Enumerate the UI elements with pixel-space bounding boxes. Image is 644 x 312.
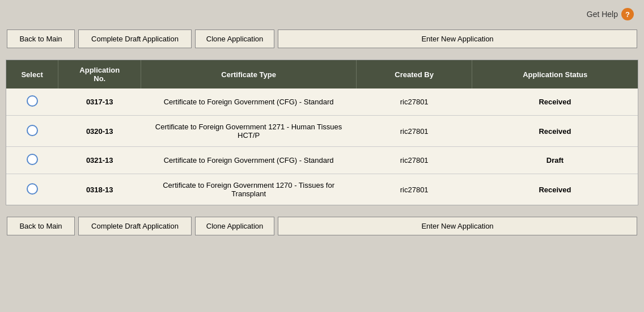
complete-draft-button-bottom[interactable]: Complete Draft Application [78, 217, 192, 235]
table-row: 0321-13 Certificate to Foreign Governmen… [6, 147, 638, 174]
select-cell-0 [6, 88, 58, 116]
radio-button-1[interactable] [27, 125, 38, 136]
col-header-app-no: ApplicationNo. [58, 60, 141, 88]
created-by-cell-1: ric27801 [356, 116, 472, 147]
clone-application-button-bottom[interactable]: Clone Application [195, 217, 274, 235]
help-icon[interactable]: ? [621, 8, 634, 20]
table-row: 0320-13 Certificate to Foreign Governmen… [6, 116, 638, 147]
status-cell-0: Received [472, 88, 638, 116]
applications-table: Select ApplicationNo. Certificate Type C… [6, 60, 638, 205]
table-row: 0317-13 Certificate to Foreign Governmen… [6, 88, 638, 116]
select-cell-3 [6, 174, 58, 205]
get-help-button[interactable]: Get Help ? [587, 8, 634, 20]
cert-type-cell-1: Certificate to Foreign Government 1271 -… [141, 116, 357, 147]
app-no-cell-0: 0317-13 [58, 88, 141, 116]
table-header-row: Select ApplicationNo. Certificate Type C… [6, 60, 638, 88]
radio-button-0[interactable] [27, 95, 38, 107]
applications-table-container: Select ApplicationNo. Certificate Type C… [6, 60, 638, 205]
created-by-cell-2: ric27801 [356, 147, 472, 174]
back-to-main-button-top[interactable]: Back to Main [7, 29, 75, 48]
col-header-cert-type: Certificate Type [141, 60, 357, 88]
radio-button-3[interactable] [27, 183, 38, 195]
created-by-cell-0: ric27801 [356, 88, 472, 116]
enter-new-application-button-top[interactable]: Enter New Application [278, 29, 637, 48]
status-cell-1: Received [472, 116, 638, 147]
complete-draft-button-top[interactable]: Complete Draft Application [78, 29, 192, 48]
col-header-select: Select [6, 60, 58, 88]
cert-type-cell-0: Certificate to Foreign Government (CFG) … [141, 88, 357, 116]
table-row: 0318-13 Certificate to Foreign Governmen… [6, 174, 638, 205]
get-help-label: Get Help [587, 10, 618, 19]
app-no-cell-2: 0321-13 [58, 147, 141, 174]
bottom-button-bar: Back to Main Complete Draft Application … [6, 214, 638, 238]
back-to-main-button-bottom[interactable]: Back to Main [7, 217, 75, 235]
enter-new-application-button-bottom[interactable]: Enter New Application [278, 217, 637, 235]
col-header-created-by: Created By [356, 60, 472, 88]
app-no-cell-3: 0318-13 [58, 174, 141, 205]
app-no-cell-1: 0320-13 [58, 116, 141, 147]
select-cell-1 [6, 116, 58, 147]
status-cell-2: Draft [472, 147, 638, 174]
top-button-bar: Back to Main Complete Draft Application … [6, 27, 638, 50]
col-header-status: Application Status [472, 60, 638, 88]
status-cell-3: Received [472, 174, 638, 205]
radio-button-2[interactable] [27, 154, 38, 165]
select-cell-2 [6, 147, 58, 174]
cert-type-cell-3: Certificate to Foreign Government 1270 -… [141, 174, 357, 205]
clone-application-button-top[interactable]: Clone Application [195, 29, 274, 48]
cert-type-cell-2: Certificate to Foreign Government (CFG) … [141, 147, 357, 174]
created-by-cell-3: ric27801 [356, 174, 472, 205]
top-bar: Get Help ? [6, 6, 638, 23]
